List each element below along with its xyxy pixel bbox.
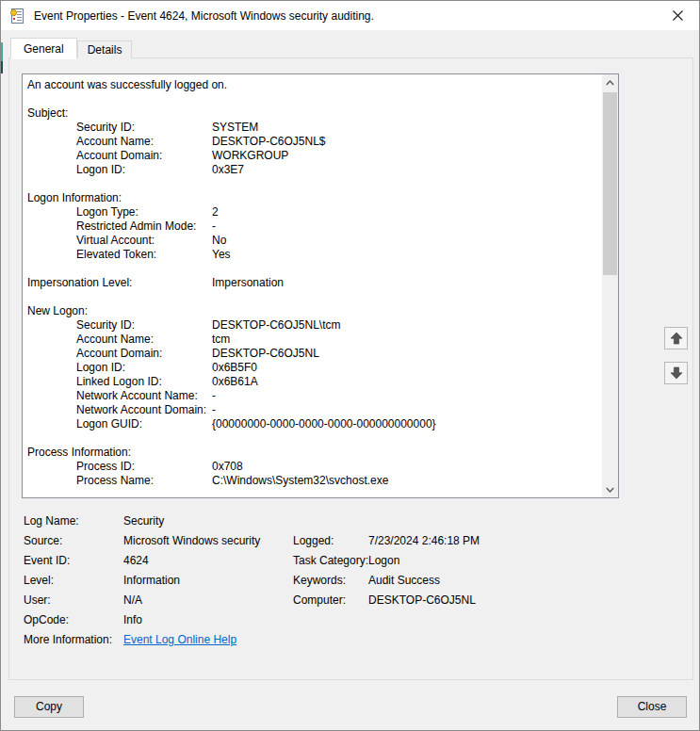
vertical-scrollbar[interactable] xyxy=(602,74,618,497)
event-text-value: No xyxy=(212,234,226,248)
event-text-label: Virtual Account: xyxy=(27,234,212,248)
event-text-label: Network Account Name: xyxy=(27,389,212,403)
footer-value: N/A xyxy=(123,593,293,613)
event-text-label: Account Name: xyxy=(27,333,212,347)
footer-value: Information xyxy=(123,574,293,593)
event-text-line: Impersonation Level:Impersonation xyxy=(27,276,598,290)
previous-event-button[interactable] xyxy=(664,327,688,349)
window-title: Event Properties - Event 4624, Microsoft… xyxy=(34,9,374,23)
footer-grid: Log Name:SecuritySource:Microsoft Window… xyxy=(24,514,683,653)
event-text-label: Elevated Token: xyxy=(27,248,212,262)
event-properties-icon xyxy=(10,8,25,24)
event-text-value: 0x6B61A xyxy=(212,375,258,389)
footer-label-right: Computer: xyxy=(293,593,368,613)
event-text-value: 2 xyxy=(212,205,219,219)
event-text-line: Security ID:SYSTEM xyxy=(27,121,598,135)
event-text-value: DESKTOP-C6OJ5NL\tcm xyxy=(212,318,340,333)
event-text-line: New Logon: xyxy=(27,304,598,318)
event-text-value: DESKTOP-C6OJ5NL$ xyxy=(212,135,326,149)
footer-value-right: 7/23/2024 2:46:18 PM xyxy=(368,534,480,554)
event-text-line: Elevated Token:Yes xyxy=(27,248,598,262)
event-text-line: Account Domain:DESKTOP-C6OJ5NL xyxy=(27,347,598,361)
event-text-line: Logon GUID:{00000000-0000-0000-0000-0000… xyxy=(27,417,598,431)
event-text-blank-line xyxy=(27,431,598,446)
footer-label: Log Name: xyxy=(24,514,123,534)
event-text-label: Process Information: xyxy=(27,446,212,460)
copy-button[interactable]: Copy xyxy=(14,696,84,718)
event-text-blank-line xyxy=(27,262,598,276)
arrow-down-icon xyxy=(670,366,683,380)
tab-details[interactable]: Details xyxy=(77,41,133,58)
event-text-line: Account Name:DESKTOP-C6OJ5NL$ xyxy=(27,135,598,149)
event-text-line: Security ID:DESKTOP-C6OJ5NL\tcm xyxy=(27,318,598,333)
titlebar: Event Properties - Event 4624, Microsoft… xyxy=(1,1,699,30)
footer-value: 4624 xyxy=(123,554,293,574)
event-text-line: Logon ID:0x6B5F0 xyxy=(27,361,598,375)
event-text-label: Restricted Admin Mode: xyxy=(27,219,212,234)
footer-row: User:N/AComputer:DESKTOP-C6OJ5NL xyxy=(24,593,683,613)
footer-label-right: Keywords: xyxy=(293,574,368,593)
event-text-value: tcm xyxy=(212,333,230,347)
scrollbar-up-button[interactable] xyxy=(602,74,618,90)
footer-row: More Information:Event Log Online Help xyxy=(24,633,683,653)
footer-value: Event Log Online Help xyxy=(123,633,293,653)
event-text-line: Virtual Account:No xyxy=(27,234,598,248)
background-window-edge xyxy=(1,42,3,73)
event-log-online-help-link[interactable]: Event Log Online Help xyxy=(123,633,236,646)
event-text-line: Process Information: xyxy=(27,446,598,460)
event-text-blank-line xyxy=(27,290,598,304)
event-text-label: Process ID: xyxy=(27,460,212,474)
event-text-blank-line xyxy=(27,92,598,106)
event-text-value: - xyxy=(212,219,216,234)
arrow-up-icon xyxy=(670,332,683,345)
event-text-label: An account was successfully logged on. xyxy=(27,78,212,92)
event-text-line: Logon ID:0x3E7 xyxy=(27,163,598,177)
footer-row: Level:InformationKeywords:Audit Success xyxy=(24,574,683,593)
event-text-line: Restricted Admin Mode:- xyxy=(27,219,598,234)
footer-value: Security xyxy=(123,514,293,534)
next-event-button[interactable] xyxy=(664,362,688,384)
event-text-label: New Logon: xyxy=(27,304,212,318)
event-text-line: Logon Information: xyxy=(27,191,598,205)
event-text-value: Yes xyxy=(212,248,231,262)
event-text-content: An account was successfully logged on.Su… xyxy=(27,78,598,495)
event-text-line: Account Domain:WORKGROUP xyxy=(27,149,598,163)
event-text-value: C:\Windows\System32\svchost.exe xyxy=(212,474,388,488)
footer-row: Event ID:4624Task Category:Logon xyxy=(24,554,683,574)
event-text-value: 0x6B5F0 xyxy=(212,361,257,375)
event-text-label: Impersonation Level: xyxy=(27,276,212,290)
event-text-line: Subject: xyxy=(27,106,598,121)
close-button[interactable]: Close xyxy=(617,696,687,718)
event-text-value: - xyxy=(212,389,216,403)
footer-label-right xyxy=(293,514,368,534)
event-text-label: Security ID: xyxy=(27,121,212,135)
event-text-label: Account Name: xyxy=(27,135,212,149)
event-text-blank-line xyxy=(27,177,598,191)
event-text-value: SYSTEM xyxy=(212,121,258,135)
event-text-label: Process Name: xyxy=(27,474,212,488)
event-text-label: Logon Type: xyxy=(27,205,212,219)
titlebar-close-button[interactable] xyxy=(657,1,699,30)
footer-label: OpCode: xyxy=(24,613,123,633)
event-description-textarea[interactable]: An account was successfully logged on.Su… xyxy=(22,73,619,498)
event-text-label: Logon GUID: xyxy=(27,417,212,431)
footer-row: Source:Microsoft Windows securityLogged:… xyxy=(24,534,683,554)
footer-label-right: Logged: xyxy=(293,534,368,554)
footer-label-right xyxy=(293,633,368,653)
event-text-label: Subject: xyxy=(27,106,212,121)
footer-row: Log Name:Security xyxy=(24,514,683,534)
event-text-line: Process ID:0x708 xyxy=(27,460,598,474)
footer-label: More Information: xyxy=(24,633,123,653)
event-text-value: 0x708 xyxy=(212,460,243,474)
event-text-label: Logon ID: xyxy=(27,163,212,177)
event-text-value: Impersonation xyxy=(212,276,284,290)
tab-general[interactable]: General xyxy=(10,38,77,59)
footer-label: User: xyxy=(24,593,123,613)
scrollbar-down-button[interactable] xyxy=(602,481,618,497)
event-text-value: 0x3E7 xyxy=(212,163,244,177)
footer-value-right: DESKTOP-C6OJ5NL xyxy=(368,593,476,613)
scrollbar-thumb[interactable] xyxy=(603,92,617,275)
footer-value-right: Audit Success xyxy=(368,574,440,593)
event-text-label: Logon ID: xyxy=(27,361,212,375)
chevron-up-icon xyxy=(606,80,614,86)
